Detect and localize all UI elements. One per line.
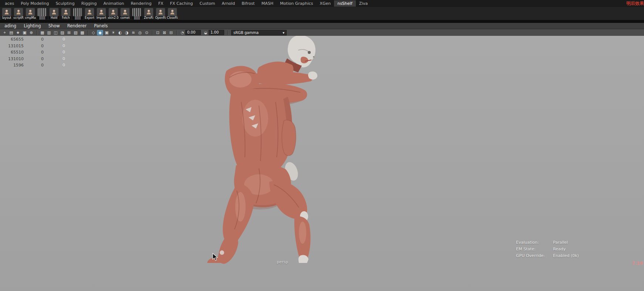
hud-value: 65510 [0,49,24,56]
shelf-tab-rendering[interactable]: Rendering [128,0,155,7]
panel-menu-lighting[interactable]: Lighting [20,23,44,29]
textured-icon[interactable]: ▣ [104,30,110,35]
shelf-item-label: |||||| [72,16,83,20]
toolbar-separator [88,30,88,35]
hud-value: 0 [24,43,44,49]
zerori-tool-icon [144,8,154,17]
shelf-item-label: skin2.0 [108,16,119,20]
panel-menu-show[interactable]: Show [45,23,64,29]
safe-action-icon[interactable]: ▧ [73,30,79,35]
overlay-row: Evaluation:Parallel [516,239,579,246]
overlay-label: EM State: [516,246,553,253]
shelf-tab-motion-graphics[interactable]: Motion Graphics [277,0,316,7]
hud-row: 6551000 [0,49,65,56]
export-tool-icon [85,8,94,17]
shelf-item-item[interactable]: |||||| [72,8,83,20]
shelf-item-item[interactable]: |||||| [37,8,48,20]
bookmarks-icon[interactable]: ★ [15,30,21,35]
xray-icon[interactable]: ⊠ [161,30,168,35]
panel-menu-panels[interactable]: Panels [90,23,111,29]
film-gate-icon[interactable]: ▥ [46,30,52,35]
hud-value: 1596 [0,62,24,69]
toolbar-separator [227,30,228,35]
isolate-select-icon[interactable]: ⊡ [155,30,161,35]
shelf-tab-fx[interactable]: FX [155,0,167,7]
shelf-item-scriptr[interactable]: scriptR [13,8,24,20]
gamma-control[interactable]: ◒ 1.00 [203,30,224,35]
shelf: layoutscriptRcmpMa||||||HoldFetch||||||E… [0,7,644,20]
use-all-lights-icon[interactable]: ☀ [110,30,117,35]
separator-strip [0,20,644,23]
shelf-item-label: cmpMa [25,16,36,20]
hud-value: 131010 [0,56,24,62]
shelf-tab-animation[interactable]: Animation [100,0,127,7]
field-chart-icon[interactable]: ⊞ [66,30,72,35]
divider-icon [37,8,47,17]
shelf-tab-bar: acesPoly ModelingSculptingRiggingAnimati… [0,0,644,7]
hud-value: 0 [44,62,65,69]
gate-mask-icon[interactable]: ▨ [59,30,65,35]
lock-camera-icon[interactable]: ⌖ [1,30,8,35]
hud-value: 0 [24,62,44,69]
shelf-tab-custom[interactable]: Custom [196,0,218,7]
xray-joints-icon[interactable]: ⊟ [168,30,174,35]
overlay-value: Parallel [553,239,579,246]
shelf-tab-bifrost[interactable]: Bifrost [238,0,258,7]
wireframe-icon[interactable]: ◇ [90,30,97,35]
safe-title-icon[interactable]: ▩ [79,30,85,35]
motion-blur-icon[interactable]: ≋ [130,30,136,35]
hud-value: 0 [24,36,44,43]
shelf-tab-ziva[interactable]: Ziva [356,0,371,7]
shelf-tab-sculpting[interactable]: Sculpting [52,0,78,7]
hud-value: 0 [24,49,44,56]
shelf-item-fetch[interactable]: Fetch [60,8,71,20]
color-space-dropdown[interactable]: sRGB gamma ▾ [231,30,287,35]
closeri-tool-icon [168,8,177,17]
shelf-item-cmpma[interactable]: cmpMa [25,8,36,20]
image-plane-icon[interactable]: ▣ [21,30,28,35]
shelf-tab-aces[interactable]: aces [1,0,17,7]
pan-zoom-icon[interactable]: ⊕ [28,30,34,35]
shelf-item-label: Fetch [60,16,71,20]
hud-value: 0 [24,56,44,62]
shelf-tab-xgen[interactable]: XGen [316,0,334,7]
watermark-text: 明后效果 [626,0,644,7]
shelf-item-label: comet [119,16,131,20]
openri-tool-icon [156,8,165,17]
shelf-tab-poly-modeling[interactable]: Poly Modeling [17,0,52,7]
shelf-item-comet[interactable]: comet [119,8,131,20]
shaded-icon[interactable]: ◆ [97,30,103,35]
shelf-item-label: scriptR [13,16,24,20]
exposure-control[interactable]: ◔ 0.00 [180,30,201,35]
panel-menu-renderer[interactable]: Renderer [64,23,91,29]
ambient-occlusion-icon[interactable]: ◑ [124,30,130,35]
panel-menu-ading[interactable]: ading [1,23,20,29]
camera-attributes-icon[interactable]: ▤ [8,30,14,35]
shelf-item-import[interactable]: Import [96,8,107,20]
shelf-item-openri[interactable]: OpenRi [155,8,166,20]
shelf-item-zerori[interactable]: ZeroRi [143,8,154,20]
hud-value: 131015 [0,43,24,49]
shelf-tab-nsshelf[interactable]: nsShelf [334,0,355,7]
resolution-gate-icon[interactable]: ◫ [53,30,59,35]
shelf-item-layout[interactable]: layout [1,8,12,20]
exposure-value-field[interactable]: 0.00 [185,30,201,35]
shelf-item-closeri[interactable]: CloseRi [167,8,178,20]
shadows-icon[interactable]: ◐ [117,30,123,35]
shelf-item-export[interactable]: Export [84,8,95,20]
shelf-tab-arnold[interactable]: Arnold [219,0,239,7]
color-space-value: sRGB gamma [233,31,259,35]
grid-icon[interactable]: ▦ [39,30,45,35]
poly-count-hud: 656550013101500655100013101000159600 [0,36,65,69]
shelf-item-item[interactable]: |||||| [131,8,142,20]
viewport-3d[interactable]: 656550013101500655100013101000159600 Eva… [0,36,644,291]
shelf-tab-rigging[interactable]: Rigging [78,0,100,7]
anti-alias-icon[interactable]: ◎ [137,30,143,35]
shelf-item-hold[interactable]: Hold [48,8,60,20]
shelf-item-skin2-0[interactable]: skin2.0 [108,8,119,20]
shelf-tab-mash[interactable]: MASH [258,0,277,7]
depth-of-field-icon[interactable]: ⊙ [144,30,150,35]
shelf-tab-fx-caching[interactable]: FX Caching [167,0,196,7]
hud-value: 0 [44,49,65,56]
gamma-value-field[interactable]: 1.00 [209,30,224,35]
